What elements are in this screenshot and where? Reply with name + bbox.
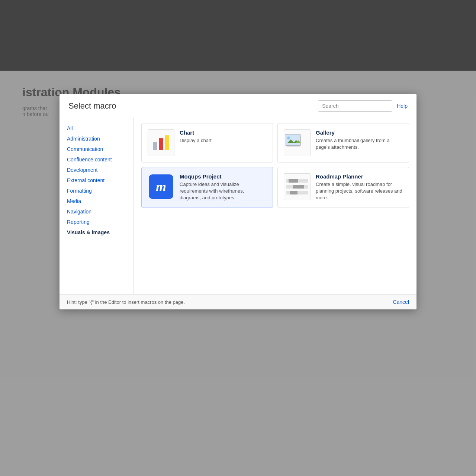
sidebar-item-development[interactable]: Development — [60, 165, 134, 175]
modal-header-right: Help — [318, 100, 408, 112]
macro-card-moqups[interactable]: mMoqups ProjectCapture ideas and visuali… — [141, 167, 273, 208]
svg-rect-0 — [153, 142, 157, 150]
sidebar-item-media[interactable]: Media — [60, 196, 134, 206]
svg-rect-10 — [289, 179, 298, 183]
moqups-description: Capture ideas and visualize requirements… — [180, 181, 267, 202]
moqups-name: Moqups Project — [180, 173, 267, 180]
gallery-name: Gallery — [316, 129, 403, 136]
sidebar-item-formatting[interactable]: Formatting — [60, 186, 134, 196]
help-link[interactable]: Help — [397, 103, 408, 109]
svg-rect-1 — [159, 138, 163, 150]
macro-card-gallery[interactable]: GalleryCreates a thumbnail gallery from … — [277, 123, 409, 163]
chart-info: ChartDisplay a chart — [180, 129, 267, 144]
roadmap-info: Roadmap PlannerCreate a simple, visual r… — [316, 173, 403, 202]
sidebar-item-navigation[interactable]: Navigation — [60, 206, 134, 217]
macro-grid: ChartDisplay a chart GalleryCreates a th… — [134, 117, 416, 294]
gallery-icon — [284, 129, 311, 156]
roadmap-icon — [284, 173, 311, 200]
sidebar-item-reporting[interactable]: Reporting — [60, 217, 134, 227]
select-macro-dialog: Select macro Help AllAdministrationCommu… — [60, 94, 416, 309]
chart-name: Chart — [180, 129, 267, 136]
gallery-info: GalleryCreates a thumbnail gallery from … — [316, 129, 403, 151]
moqups-icon: m — [148, 173, 174, 200]
modal-title: Select macro — [68, 101, 116, 111]
sidebar-item-external-content[interactable]: External content — [60, 175, 134, 186]
chart-icon — [148, 129, 174, 156]
moqups-logo-icon: m — [149, 174, 173, 199]
macro-card-roadmap[interactable]: Roadmap PlannerCreate a simple, visual r… — [277, 167, 409, 208]
sidebar-item-communication[interactable]: Communication — [60, 144, 134, 154]
gallery-description: Creates a thumbnail gallery from a page'… — [316, 137, 403, 151]
svg-rect-2 — [165, 135, 169, 150]
roadmap-name: Roadmap Planner — [316, 173, 403, 180]
category-sidebar: AllAdministrationCommunicationConfluence… — [60, 117, 134, 294]
svg-rect-12 — [293, 185, 304, 189]
moqups-info: Moqups ProjectCapture ideas and visualiz… — [180, 173, 267, 202]
macro-card-chart[interactable]: ChartDisplay a chart — [141, 123, 273, 163]
chart-description: Display a chart — [180, 137, 267, 144]
modal-footer: Hint: type "{" in the Editor to insert m… — [60, 294, 416, 309]
search-input[interactable] — [318, 100, 392, 112]
svg-point-6 — [287, 136, 290, 139]
svg-rect-5 — [285, 134, 300, 145]
sidebar-item-all[interactable]: All — [60, 123, 134, 134]
sidebar-item-administration[interactable]: Administration — [60, 134, 134, 144]
modal-header: Select macro Help — [60, 94, 416, 117]
sidebar-item-confluence-content[interactable]: Confluence content — [60, 154, 134, 165]
modal-body: AllAdministrationCommunicationConfluence… — [60, 117, 416, 294]
cancel-button[interactable]: Cancel — [393, 299, 409, 305]
sidebar-item-visuals-images[interactable]: Visuals & images — [60, 227, 134, 238]
roadmap-description: Create a simple, visual roadmap for plan… — [316, 181, 403, 202]
footer-hint: Hint: type "{" in the Editor to insert m… — [67, 299, 185, 305]
svg-rect-14 — [290, 191, 298, 194]
